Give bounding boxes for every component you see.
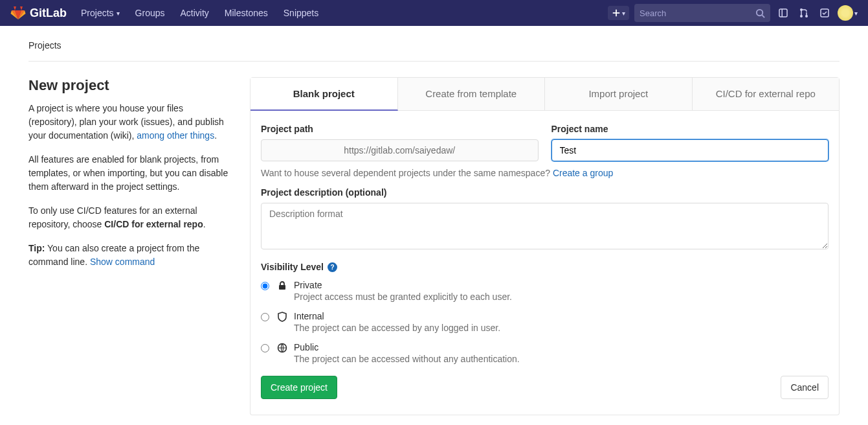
svg-point-7 (805, 15, 808, 17)
tab-create-from-template[interactable]: Create from template (398, 78, 546, 110)
tab-import-project[interactable]: Import project (545, 78, 693, 110)
chevron-down-icon: ▾ (622, 10, 625, 17)
search-icon (755, 8, 765, 18)
chevron-down-icon: ▾ (117, 10, 120, 17)
breadcrumb: Projects (28, 36, 840, 62)
nav-right: ▾ ▾ (608, 4, 858, 22)
chevron-down-icon: ▾ (854, 10, 858, 17)
merge-requests-icon[interactable] (796, 5, 812, 21)
create-group-link[interactable]: Create a group (553, 168, 613, 178)
project-path-label: Project path (261, 124, 539, 134)
shield-icon (277, 312, 287, 322)
issues-icon[interactable] (775, 5, 791, 21)
brand-text: GitLab (30, 6, 67, 20)
tab-blank-project[interactable]: Blank project (250, 78, 398, 111)
svg-rect-10 (279, 285, 285, 290)
show-command-link[interactable]: Show command (90, 257, 155, 267)
page-title: New project (28, 77, 229, 94)
search-input[interactable] (640, 8, 755, 18)
svg-line-3 (762, 15, 764, 17)
aside-p2: All features are enabled for blank proje… (28, 153, 229, 194)
tab-cicd-external[interactable]: CI/CD for external repo (693, 78, 840, 110)
new-project-form: Project path Project name Want to house … (250, 111, 840, 415)
todos-icon[interactable] (817, 5, 832, 21)
top-navbar: GitLab Projects▾ Groups Activity Milesto… (0, 0, 868, 26)
user-menu[interactable]: ▾ (838, 5, 858, 21)
visibility-label: Visibility Level ? (261, 262, 829, 272)
description-label: Project description (optional) (261, 187, 829, 198)
svg-point-2 (757, 9, 762, 15)
lock-icon (277, 281, 287, 291)
visibility-public-radio[interactable] (261, 344, 269, 352)
svg-rect-4 (779, 9, 787, 17)
globe-icon (277, 343, 287, 353)
aside-p1: A project is where you house your files … (28, 102, 229, 143)
brand[interactable]: GitLab (10, 5, 67, 21)
nav-milestones[interactable]: Milestones (218, 3, 274, 23)
project-path-input[interactable] (261, 139, 539, 161)
visibility-public[interactable]: PublicThe project can be accessed withou… (261, 342, 829, 364)
visibility-internal-radio[interactable] (261, 313, 269, 321)
visibility-private-radio[interactable] (261, 282, 269, 290)
sidebar-info: New project A project is where you house… (28, 77, 229, 415)
tabs: Blank project Create from template Impor… (250, 77, 840, 111)
visibility-private[interactable]: PrivateProject access must be granted ex… (261, 280, 829, 302)
search-box[interactable] (634, 4, 770, 22)
create-project-button[interactable]: Create project (261, 376, 337, 399)
plus-icon (612, 8, 621, 17)
among-other-things-link[interactable]: among other things (137, 130, 214, 141)
new-dropdown[interactable]: ▾ (608, 6, 629, 20)
visibility-internal[interactable]: InternalThe project can be accessed by a… (261, 311, 829, 333)
project-name-label: Project name (551, 124, 829, 134)
aside-tip: Tip: You can also create a project from … (28, 242, 229, 269)
aside-p3: To only use CI/CD features for an extern… (28, 204, 229, 231)
main-panel: Blank project Create from template Impor… (250, 77, 840, 415)
help-icon[interactable]: ? (328, 262, 337, 272)
nav-groups[interactable]: Groups (129, 3, 172, 23)
svg-point-8 (800, 8, 803, 11)
nav-activity[interactable]: Activity (174, 3, 216, 23)
avatar (838, 5, 853, 21)
description-input[interactable] (261, 203, 829, 249)
nav-links: Projects▾ Groups Activity Milestones Sni… (74, 3, 325, 23)
svg-point-6 (800, 15, 803, 17)
cancel-button[interactable]: Cancel (781, 376, 829, 399)
svg-rect-1 (613, 12, 620, 14)
svg-rect-5 (782, 9, 783, 17)
nav-snippets[interactable]: Snippets (277, 3, 325, 23)
namespace-hint: Want to house several dependent projects… (261, 168, 829, 178)
nav-projects[interactable]: Projects▾ (74, 3, 126, 23)
gitlab-logo-icon (10, 5, 26, 21)
project-name-input[interactable] (551, 139, 829, 161)
